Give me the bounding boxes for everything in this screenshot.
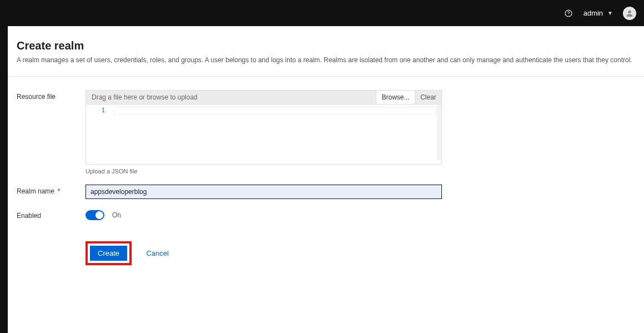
upload-dropzone[interactable]: Drag a file here or browse to upload <box>86 91 376 104</box>
realm-name-input[interactable] <box>85 185 442 199</box>
user-menu[interactable]: admin ▼ <box>583 9 613 17</box>
browse-button[interactable]: Browse... <box>376 91 415 104</box>
page-title: Create realm <box>17 39 635 52</box>
upload-help-text: Upload a JSON file <box>85 168 635 175</box>
enabled-toggle[interactable] <box>85 210 104 220</box>
editor-pane[interactable] <box>114 107 437 115</box>
editor-scrollbar[interactable] <box>437 105 441 160</box>
user-avatar-icon[interactable] <box>623 7 636 20</box>
content-panel: Create realm A realm manages a set of us… <box>8 26 644 333</box>
json-editor[interactable]: 1 <box>85 105 442 165</box>
user-name: admin <box>583 9 603 17</box>
chevron-down-icon: ▼ <box>607 10 613 16</box>
required-marker: * <box>57 187 60 195</box>
divider <box>8 76 644 77</box>
resource-file-row: Resource file Drag a file here or browse… <box>17 90 635 175</box>
page-description: A realm manages a set of users, credenti… <box>17 56 635 65</box>
toggle-knob <box>95 211 103 219</box>
svg-point-1 <box>568 14 568 15</box>
help-icon[interactable] <box>564 8 573 18</box>
resource-file-label: Resource file <box>17 90 85 101</box>
topbar: admin ▼ <box>0 0 644 26</box>
actions-row: Create Cancel <box>17 241 635 265</box>
clear-button[interactable]: Clear <box>415 91 441 104</box>
enabled-label: Enabled <box>17 209 85 220</box>
create-button-highlight: Create <box>85 241 132 265</box>
editor-gutter: 1 <box>86 105 108 164</box>
realm-name-label: Realm name * <box>17 185 85 195</box>
actions-spacer <box>17 241 85 244</box>
cancel-button[interactable]: Cancel <box>146 249 168 257</box>
create-realm-form: Resource file Drag a file here or browse… <box>8 82 644 276</box>
enabled-state-text: On <box>112 211 121 219</box>
svg-point-2 <box>628 10 631 13</box>
page-header: Create realm A realm manages a set of us… <box>8 26 644 73</box>
enabled-row: Enabled On <box>17 209 635 220</box>
create-button[interactable]: Create <box>90 246 127 261</box>
realm-name-label-text: Realm name <box>17 187 54 195</box>
upload-bar: Drag a file here or browse to upload Bro… <box>85 90 442 105</box>
realm-name-row: Realm name * <box>17 185 635 199</box>
